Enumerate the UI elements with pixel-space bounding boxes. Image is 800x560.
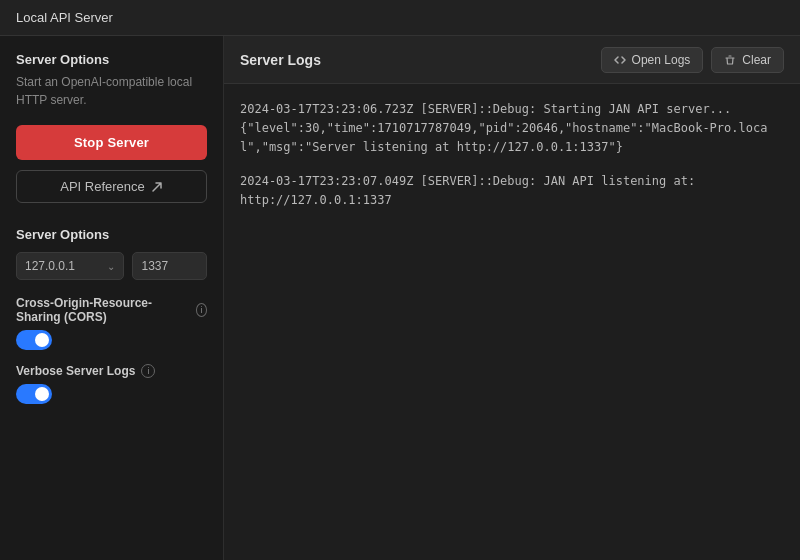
logs-body: 2024-03-17T23:23:06.723Z [SERVER]::Debug…	[224, 84, 800, 560]
host-input[interactable]: 127.0.0.1 ⌄	[16, 252, 124, 280]
api-reference-label: API Reference	[60, 179, 145, 194]
port-value: 1337	[141, 259, 168, 273]
server-options-description: Start an OpenAI-compatible local HTTP se…	[16, 73, 207, 109]
port-input[interactable]: 1337	[132, 252, 207, 280]
clear-label: Clear	[742, 53, 771, 67]
host-value: 127.0.0.1	[25, 259, 75, 273]
server-options-section: Server Options 127.0.0.1 ⌄ 1337 Cross-Or…	[16, 227, 207, 418]
server-options-title: Server Options	[16, 52, 207, 67]
sidebar: Server Options Start an OpenAI-compatibl…	[0, 36, 224, 560]
log-entry-2: 2024-03-17T23:23:07.049Z [SERVER]::Debug…	[240, 172, 784, 210]
content-area: Server Logs Open Logs Clear 20	[224, 36, 800, 560]
cors-toggle[interactable]	[16, 330, 52, 350]
cors-label-row: Cross-Origin-Resource-Sharing (CORS) i	[16, 296, 207, 324]
open-logs-button[interactable]: Open Logs	[601, 47, 704, 73]
verbose-logs-label: Verbose Server Logs	[16, 364, 135, 378]
server-options-header: Server Options Start an OpenAI-compatibl…	[16, 52, 207, 125]
logs-actions: Open Logs Clear	[601, 47, 784, 73]
main-layout: Server Options Start an OpenAI-compatibl…	[0, 36, 800, 560]
api-reference-button[interactable]: API Reference	[16, 170, 207, 203]
verbose-logs-toggle[interactable]	[16, 384, 52, 404]
stop-server-button[interactable]: Stop Server	[16, 125, 207, 160]
server-options-sub-title: Server Options	[16, 227, 207, 242]
open-logs-label: Open Logs	[632, 53, 691, 67]
app-title: Local API Server	[16, 10, 113, 25]
verbose-logs-label-row: Verbose Server Logs i	[16, 364, 207, 378]
clear-icon	[724, 54, 736, 66]
log-entry-1: 2024-03-17T23:23:06.723Z [SERVER]::Debug…	[240, 100, 784, 158]
code-icon	[614, 54, 626, 66]
logs-title: Server Logs	[240, 52, 321, 68]
chevron-down-icon: ⌄	[107, 261, 115, 272]
verbose-logs-info-icon[interactable]: i	[141, 364, 155, 378]
clear-button[interactable]: Clear	[711, 47, 784, 73]
external-link-icon	[151, 181, 163, 193]
cors-label: Cross-Origin-Resource-Sharing (CORS)	[16, 296, 190, 324]
cors-info-icon[interactable]: i	[196, 303, 207, 317]
cors-row: Cross-Origin-Resource-Sharing (CORS) i	[16, 296, 207, 350]
logs-header: Server Logs Open Logs Clear	[224, 36, 800, 84]
host-port-row: 127.0.0.1 ⌄ 1337	[16, 252, 207, 280]
title-bar: Local API Server	[0, 0, 800, 36]
verbose-logs-row: Verbose Server Logs i	[16, 364, 207, 404]
